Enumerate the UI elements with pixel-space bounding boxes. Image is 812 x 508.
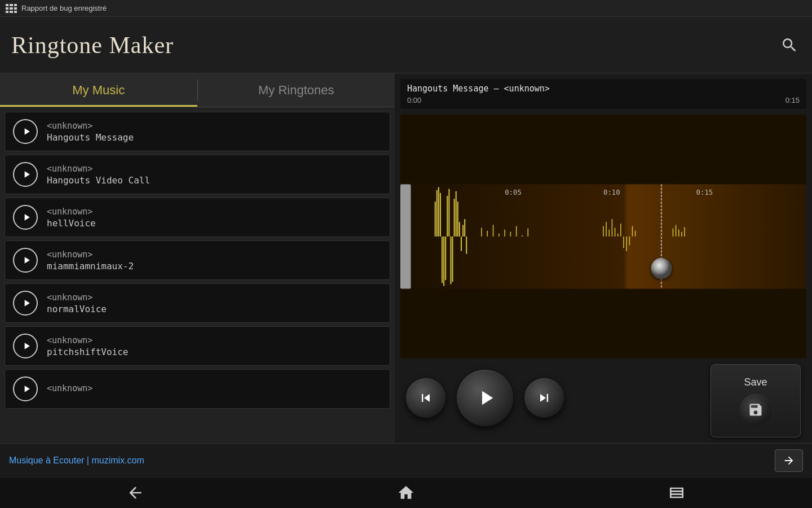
svg-text:0:10: 0:10 xyxy=(603,189,620,196)
forward-button[interactable] xyxy=(775,449,803,472)
previous-icon xyxy=(418,390,434,406)
time-end: 0:15 xyxy=(785,96,800,104)
play-icon xyxy=(474,386,498,410)
forward-icon xyxy=(783,454,795,467)
bottom-link[interactable]: muzimix.com xyxy=(91,456,144,465)
app-title: Ringtone Maker xyxy=(11,32,174,59)
search-button[interactable] xyxy=(778,34,801,56)
controls-area xyxy=(406,370,564,432)
svg-text:0:05: 0:05 xyxy=(505,189,522,196)
tabs: My Music My Ringtones xyxy=(0,73,395,107)
play-button[interactable] xyxy=(13,291,38,316)
main-content: My Music My Ringtones <unknown> Hangouts… xyxy=(0,73,812,443)
home-button[interactable] xyxy=(392,480,420,505)
controls-row: Save xyxy=(400,364,806,437)
svg-point-51 xyxy=(651,258,672,279)
waveform: 0:05 0:10 0:15 xyxy=(400,115,806,358)
tab-my-ringtones[interactable]: My Ringtones xyxy=(198,73,395,107)
recents-button[interactable] xyxy=(663,480,691,505)
search-icon xyxy=(780,36,798,54)
bottom-text: Musique à Ecouter | muzimix.com xyxy=(9,456,144,466)
play-button[interactable] xyxy=(13,334,38,358)
tab-my-music[interactable]: My Music xyxy=(0,73,197,107)
status-text: Rapport de bug enregistré xyxy=(21,4,107,12)
now-playing-bar: Hangouts Message – <unknown> 0:00 0:15 xyxy=(400,79,806,109)
play-button[interactable] xyxy=(13,162,38,187)
next-icon xyxy=(536,390,552,406)
svg-rect-4 xyxy=(400,184,411,288)
save-button[interactable]: Save xyxy=(710,364,801,437)
bottom-bar: Musique à Ecouter | muzimix.com xyxy=(0,443,812,477)
play-pause-button[interactable] xyxy=(457,370,513,426)
back-button[interactable] xyxy=(121,480,149,505)
save-icon xyxy=(748,402,764,418)
grid-icon xyxy=(6,4,17,13)
playback-controls xyxy=(406,370,564,426)
previous-button[interactable] xyxy=(406,378,445,418)
play-button[interactable] xyxy=(13,119,38,144)
nav-bar xyxy=(0,477,812,508)
list-item[interactable]: <unknown> Hangouts Message xyxy=(5,112,390,151)
list-item[interactable]: <unknown> Hangouts Video Call xyxy=(5,155,390,194)
play-button[interactable] xyxy=(13,205,38,230)
list-item[interactable]: <unknown> xyxy=(5,369,390,409)
home-icon xyxy=(397,484,415,502)
header: Ringtone Maker xyxy=(0,17,812,73)
svg-text:0:15: 0:15 xyxy=(696,189,713,196)
time-start: 0:00 xyxy=(407,96,421,104)
track-name: Hangouts Message – <unknown> xyxy=(407,84,800,94)
play-button[interactable] xyxy=(13,376,38,401)
left-panel: My Music My Ringtones <unknown> Hangouts… xyxy=(0,73,395,443)
next-button[interactable] xyxy=(524,378,564,418)
back-icon xyxy=(126,484,144,502)
save-icon-circle xyxy=(740,394,771,426)
play-button[interactable] xyxy=(13,248,38,273)
waveform-container[interactable]: 0:05 0:10 0:15 xyxy=(400,115,806,358)
recents-icon xyxy=(668,484,686,502)
list-item[interactable]: <unknown> hellVoice xyxy=(5,198,390,237)
list-item[interactable]: <unknown> normalVoice xyxy=(5,283,390,323)
list-item[interactable]: <unknown> miammiamnimaux-2 xyxy=(5,240,390,280)
save-label: Save xyxy=(744,376,767,388)
time-bar: 0:00 0:15 xyxy=(407,96,800,104)
right-panel: Hangouts Message – <unknown> 0:00 0:15 xyxy=(395,73,812,443)
status-bar: Rapport de bug enregistré xyxy=(0,0,812,17)
music-list: <unknown> Hangouts Message <unknown> Han… xyxy=(0,107,395,443)
list-item[interactable]: <unknown> pitchshiftVoice xyxy=(5,326,390,366)
